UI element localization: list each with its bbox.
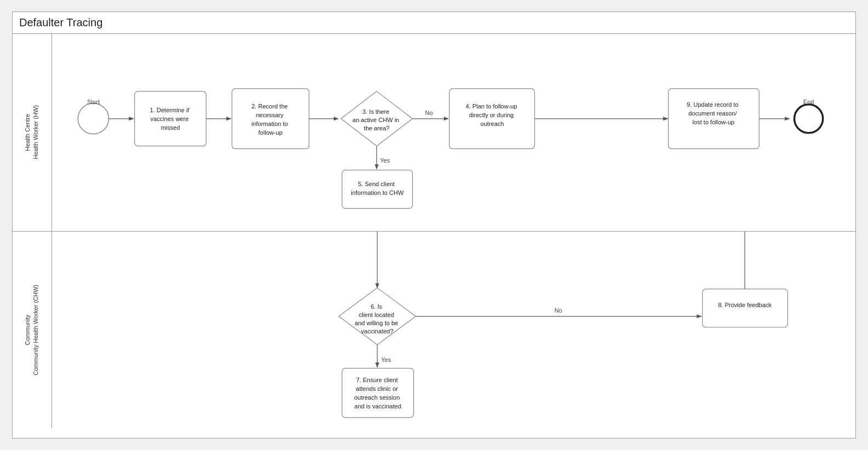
diagram-container: Defaulter Tracing Health CentreHealth Wo… [12, 11, 856, 439]
step7-box [342, 368, 414, 417]
yes1-label: Yes [380, 157, 390, 164]
no1-label: No [425, 109, 433, 116]
yes2-label: Yes [381, 356, 391, 362]
lane-label-hw-text: Health CentreHealth Worker (HW) [24, 105, 41, 159]
step9-text: 9. Update record to document reason/ los… [687, 101, 740, 125]
end-label: End [803, 99, 814, 105]
step2-box [232, 89, 309, 149]
lane-label-hw: Health CentreHealth Worker (HW) [13, 34, 52, 232]
lane-label-chw-text: CommunityCommunity Health Worker (CHW) [24, 285, 41, 375]
chw-lane-svg: 6. Is client located and willing to be v… [52, 232, 855, 429]
end-circle [795, 105, 823, 133]
step8-box [703, 289, 788, 327]
chw-lane: 6. Is client located and willing to be v… [52, 232, 855, 429]
step8-text: 8. Provide feedback [718, 301, 772, 308]
start-label: Start [87, 99, 100, 105]
hw-lane-svg: Start 1. Determine if vaccines were miss… [52, 34, 855, 231]
lane-label-col: Health CentreHealth Worker (HW) Communit… [13, 34, 52, 428]
start-circle [78, 103, 108, 134]
hw-lane: Start 1. Determine if vaccines were miss… [52, 34, 855, 232]
lane-label-chw: CommunityCommunity Health Worker (CHW) [13, 232, 52, 429]
step4-box [449, 89, 535, 149]
swim-lanes: Health CentreHealth Worker (HW) Communit… [13, 34, 855, 428]
no2-label: No [555, 307, 562, 313]
diagram-title: Defaulter Tracing [13, 12, 855, 34]
lanes-content: Start 1. Determine if vaccines were miss… [52, 34, 855, 428]
